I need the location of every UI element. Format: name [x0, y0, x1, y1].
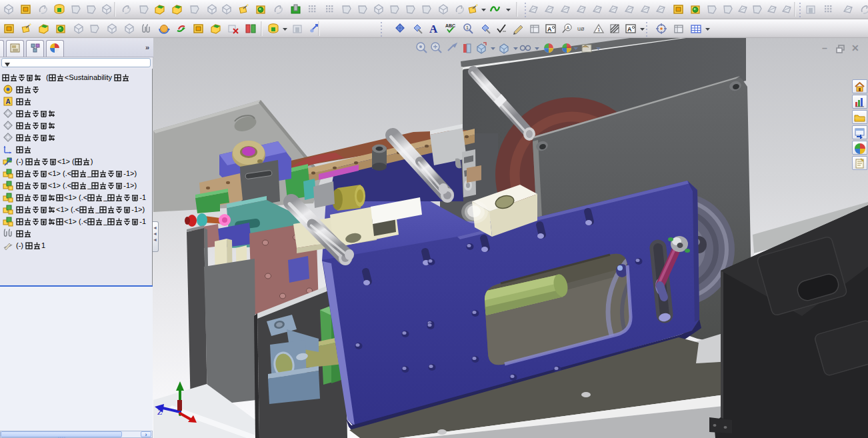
svg-text:1: 1 [597, 27, 601, 33]
svg-text:1: 1 [466, 25, 469, 30]
svg-text:A: A [627, 26, 632, 33]
svg-text:A: A [429, 23, 438, 35]
svg-text:ABC: ABC [445, 23, 455, 28]
svg-text:A: A [547, 26, 552, 33]
svg-text:A: A [567, 25, 570, 30]
svg-text:A: A [6, 98, 11, 105]
svg-text:uø: uø [577, 25, 585, 32]
svg-text:Z: Z [157, 407, 163, 417]
